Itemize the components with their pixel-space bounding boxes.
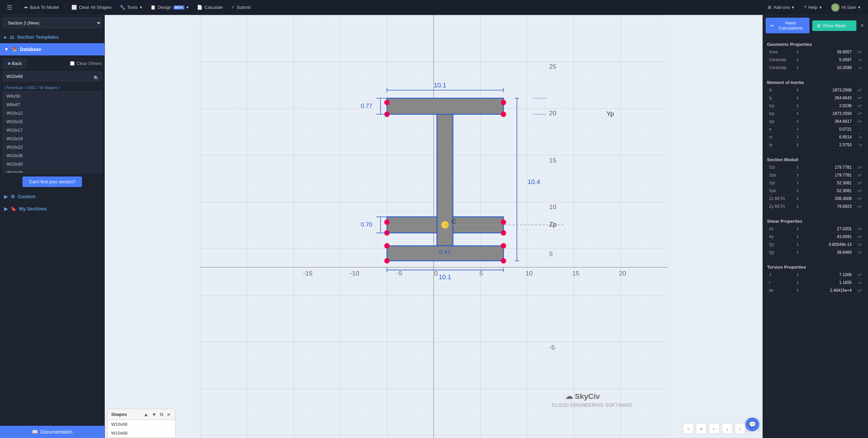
info-icon[interactable]: ℹ	[794, 241, 801, 249]
info-icon[interactable]: ℹ	[794, 125, 801, 133]
info-icon[interactable]: ℹ	[794, 287, 801, 294]
back-button[interactable]: Back	[3, 59, 27, 68]
info-icon[interactable]: ℹ	[794, 225, 801, 233]
section-dropdown[interactable]: Section 2 (New)	[3, 18, 102, 28]
info-icon[interactable]: ℹ	[794, 171, 801, 179]
prop-unit: in³	[854, 195, 864, 203]
shape-list-item[interactable]: W10x33	[3, 168, 101, 173]
property-row: Syt ℹ 52.3081 in³	[767, 179, 864, 187]
shape-list-item[interactable]: W8x67	[3, 100, 101, 109]
zoom-out-button[interactable]: −	[683, 423, 694, 434]
info-icon[interactable]: ℹ	[794, 133, 801, 141]
property-row: Iy ℹ 264.6643 in⁴	[767, 94, 864, 102]
shape-list-item[interactable]: W10x26	[3, 151, 101, 160]
info-icon[interactable]: ℹ	[794, 64, 801, 72]
shapes-header-actions: ▲ ▼ ⧉ ✕	[143, 411, 172, 418]
chat-widget[interactable]: 💬	[746, 418, 759, 431]
svg-text:5: 5	[549, 250, 553, 257]
duplicate-button[interactable]: ⧉	[159, 411, 164, 418]
shapes-label: Shapes	[111, 412, 127, 417]
prop-label: Centroidy	[767, 64, 794, 72]
database-header[interactable]: ▼ 📚 Database	[0, 43, 104, 55]
clear-all-shapes-button[interactable]: ⬜ Clear All Shapes	[68, 3, 115, 11]
calculate-button[interactable]: 📄 Calculate	[194, 3, 226, 11]
prop-unit: in	[854, 133, 864, 141]
info-icon[interactable]: ℹ	[794, 233, 801, 241]
clear-others-label-text: Clear Others	[77, 61, 102, 66]
svg-text:-5: -5	[397, 270, 402, 277]
info-icon[interactable]: ℹ	[794, 271, 801, 279]
delete-shape-button[interactable]: ✕	[166, 411, 172, 418]
clear-all-shapes-label: Clear All Shapes	[79, 5, 112, 10]
prop-value: 43.0091	[801, 233, 854, 241]
prop-unit: in⁴	[854, 110, 864, 118]
tools-button[interactable]: 🔧 Tools ▾	[116, 3, 145, 11]
design-button[interactable]: 📋 Design BETA ▾	[147, 3, 192, 11]
shape-list-item[interactable]: W10x17	[3, 126, 101, 134]
move-up-button[interactable]: ▲	[143, 411, 149, 418]
custom-section-header[interactable]: ▶ ⚙ Custom	[0, 190, 104, 203]
shape-list-item[interactable]: W10x19	[3, 134, 101, 143]
top-navigation: ☰ ⬅ Back To Model ⬜ Clear All Shapes 🔧 T…	[0, 0, 868, 15]
zoom-in-button[interactable]: +	[696, 423, 707, 434]
info-icon[interactable]: ℹ	[794, 187, 801, 195]
prop-unit: in³	[854, 179, 864, 187]
prop-label: Zz BETA	[767, 195, 794, 203]
shape-list-item[interactable]: W6x50	[3, 92, 101, 100]
submit-label: Submit	[237, 5, 250, 10]
addons-button[interactable]: ⊞ Add-ons ▾	[764, 3, 798, 11]
info-icon[interactable]: ℹ	[794, 179, 801, 187]
info-icon[interactable]: ℹ	[794, 48, 801, 56]
info-icon[interactable]: ℹ	[794, 279, 801, 287]
shapes-panel-row[interactable]: W10x68	[108, 429, 175, 438]
info-icon[interactable]: ℹ	[794, 94, 801, 102]
submit-button[interactable]: ✓ Submit	[228, 3, 254, 11]
info-icon[interactable]: ℹ	[794, 141, 801, 149]
pan-up-button[interactable]: ↑	[735, 423, 746, 434]
shape-list-item[interactable]: W10x30	[3, 160, 101, 168]
help-button[interactable]: ? Help ▾	[800, 3, 825, 11]
cant-find-button[interactable]: Can't find your section?	[22, 176, 82, 187]
info-icon[interactable]: ℹ	[794, 110, 801, 118]
prop-value: 52.3081	[801, 179, 854, 187]
svg-text:0.70: 0.70	[361, 221, 372, 228]
search-input[interactable]	[3, 71, 102, 81]
hand-calculations-button[interactable]: ✏ Hand Calculations	[766, 18, 809, 33]
info-icon[interactable]: ℹ	[794, 118, 801, 125]
prop-unit: in⁴	[854, 94, 864, 102]
close-panel-button[interactable]: ×	[859, 21, 866, 31]
move-down-button[interactable]: ▼	[151, 411, 157, 418]
hamburger-menu[interactable]: ☰	[4, 2, 15, 13]
back-to-model-label: Back To Model	[30, 5, 59, 10]
clear-others-checkbox[interactable]	[70, 61, 74, 66]
info-icon[interactable]: ℹ	[794, 195, 801, 203]
show-mesh-label: Show Mesh	[823, 23, 846, 28]
shape-list-item[interactable]: W10x22	[3, 143, 101, 151]
user-profile-button[interactable]: S Hi Sam ▾	[828, 2, 864, 13]
shapes-panel-row[interactable]: W10x68	[108, 420, 175, 429]
pan-down-button[interactable]: ↓	[722, 423, 733, 434]
shape-list-item[interactable]: W10x12	[3, 109, 101, 117]
info-icon[interactable]: ℹ	[794, 203, 801, 210]
clear-others-toggle[interactable]: Clear Others	[70, 61, 102, 66]
prop-unit: in²	[854, 233, 864, 241]
info-icon[interactable]: ℹ	[794, 249, 801, 256]
prop-label: Zy BETA	[767, 203, 794, 210]
info-icon[interactable]: ℹ	[794, 102, 801, 110]
my-sections-header[interactable]: ▶ 🔖 My Sections	[0, 203, 104, 215]
show-mesh-button[interactable]: ⊞ Show Mesh	[812, 20, 856, 31]
svg-point-28	[501, 258, 506, 264]
prop-unit: in³	[854, 187, 864, 195]
shape-list-item[interactable]: W10x15	[3, 117, 101, 126]
documentation-button[interactable]: 📖 Documentation	[0, 426, 104, 438]
section-templates-header[interactable]: ▶ 🗂 Section Templates	[0, 31, 104, 43]
info-icon[interactable]: ℹ	[794, 164, 801, 171]
shear-properties-section: Shear Properties Az ℹ 27.0201 in² Ay ℹ 4…	[763, 213, 868, 259]
info-icon[interactable]: ℹ	[794, 56, 801, 64]
prop-unit: in²	[854, 225, 864, 233]
info-icon[interactable]: ℹ	[794, 86, 801, 94]
svg-text:5: 5	[479, 270, 483, 277]
pan-left-button[interactable]: ←	[709, 423, 720, 434]
checkmark-icon: ✓	[231, 5, 235, 10]
back-to-model-button[interactable]: ⬅ Back To Model	[21, 3, 62, 11]
